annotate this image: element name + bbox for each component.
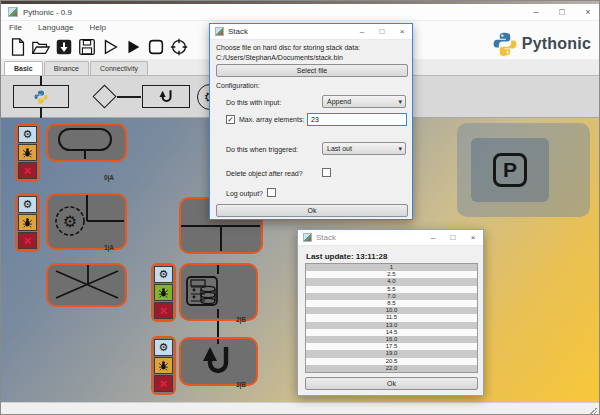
- element-delete-button[interactable]: ×: [18, 232, 37, 249]
- stack-list-row[interactable]: 16.0: [306, 336, 477, 343]
- save-icon[interactable]: [75, 35, 98, 58]
- run-icon[interactable]: [121, 35, 144, 58]
- minimize-button[interactable]: –: [352, 27, 372, 36]
- bug-icon: [22, 217, 33, 228]
- stack-window-ok-button[interactable]: Ok: [305, 377, 478, 390]
- element-1A-tile[interactable]: ⚙: [46, 193, 127, 250]
- stack-dialog-titlebar[interactable]: Stack – □ ×: [210, 24, 412, 40]
- u-turn-icon: [155, 88, 177, 105]
- kill-process-icon[interactable]: [167, 35, 190, 58]
- run-debug-icon[interactable]: [98, 35, 121, 58]
- stack-list-row[interactable]: 20.5: [306, 358, 477, 365]
- stack-list-row[interactable]: 22.0: [306, 365, 477, 372]
- stack-list-row[interactable]: 2.5: [306, 271, 477, 278]
- file-path-text: C:/Users/StephanA/Documents/stack.bin: [216, 54, 343, 61]
- menu-language[interactable]: Language: [30, 23, 82, 32]
- tab-binance[interactable]: Binance: [44, 61, 89, 75]
- tab-basic[interactable]: Basic: [4, 61, 43, 75]
- connector-stub: [40, 108, 42, 118]
- dialog-ok-button[interactable]: Ok: [216, 204, 408, 217]
- element-2B-label: 2|B: [223, 316, 259, 323]
- python-logo-icon: [491, 30, 519, 58]
- element-delete-button[interactable]: ×: [154, 302, 173, 319]
- stack-list[interactable]: 12.54.05.57.08.510.011.513.014.516.017.5…: [305, 263, 478, 373]
- python-element[interactable]: [13, 85, 69, 108]
- element-0A-tile[interactable]: [46, 123, 127, 162]
- max-elements-input[interactable]: [307, 113, 407, 126]
- input-behavior-combobox[interactable]: Append ▾: [322, 95, 406, 108]
- python-logo-icon: [33, 89, 49, 105]
- maximize-button[interactable]: □: [443, 233, 463, 242]
- stack-list-row[interactable]: 7.0: [306, 293, 477, 300]
- delete-after-read-label: Delete object after read?: [226, 170, 303, 177]
- element-settings-button[interactable]: ⚙: [18, 196, 37, 213]
- new-file-icon[interactable]: [6, 35, 29, 58]
- stack-list-row[interactable]: 8.5: [306, 300, 477, 307]
- stack-list-row[interactable]: 1: [306, 264, 477, 271]
- dialog-window-controls: – □ ×: [352, 27, 412, 36]
- connector-cross-tile[interactable]: [46, 263, 127, 307]
- close-button[interactable]: ×: [392, 27, 412, 36]
- max-elements-checkbox[interactable]: ✓: [226, 115, 235, 124]
- stack-list-row[interactable]: 17.5: [306, 343, 477, 350]
- stack-window-titlebar[interactable]: Stack – □ ×: [298, 230, 483, 246]
- open-folder-icon[interactable]: [29, 35, 52, 58]
- menu-file[interactable]: File: [1, 23, 30, 32]
- element-debug-button[interactable]: [154, 357, 173, 374]
- element-debug-button[interactable]: [154, 284, 173, 301]
- maximize-button[interactable]: □: [549, 5, 575, 20]
- maximize-button[interactable]: □: [372, 27, 392, 36]
- input-behavior-label: Do this with input:: [226, 99, 281, 106]
- stack-list-row[interactable]: 14.5: [306, 329, 477, 336]
- stack-list-row[interactable]: 4.0: [306, 278, 477, 285]
- return-element[interactable]: [142, 85, 190, 108]
- drop-zone-inner[interactable]: P: [471, 138, 549, 202]
- element-debug-button[interactable]: [18, 214, 37, 231]
- stack-list-row[interactable]: 13.0: [306, 322, 477, 329]
- close-button[interactable]: ×: [463, 233, 483, 242]
- stack-list-row[interactable]: 10.0: [306, 307, 477, 314]
- element-settings-button[interactable]: ⚙: [18, 126, 37, 143]
- trigger-behavior-combobox[interactable]: Last out ▾: [322, 142, 406, 155]
- element-3B-return-tile[interactable]: [179, 337, 258, 386]
- minimize-button[interactable]: –: [523, 5, 549, 20]
- parking-icon: P: [493, 153, 527, 187]
- menu-help[interactable]: Help: [81, 23, 113, 32]
- gear-icon: ⚙: [23, 199, 33, 210]
- branch-element[interactable]: [92, 84, 116, 108]
- element-1A-button-strip: ⚙ ×: [15, 193, 40, 252]
- element-delete-button[interactable]: ×: [18, 162, 37, 179]
- log-output-checkbox[interactable]: [267, 188, 276, 197]
- stop-icon[interactable]: [144, 35, 167, 58]
- element-delete-button[interactable]: ×: [154, 375, 173, 392]
- gear-icon: ⚙: [159, 269, 169, 280]
- file-description-label: Choose file on hard disc for storing sta…: [216, 44, 360, 51]
- select-file-button[interactable]: Select file: [216, 64, 408, 77]
- save-import-icon[interactable]: [52, 35, 75, 58]
- resize-grip[interactable]: [590, 407, 597, 414]
- bug-icon: [22, 147, 33, 158]
- element-2B-stack-tile[interactable]: [179, 263, 258, 321]
- gear-icon: ⚙: [23, 129, 33, 140]
- close-button[interactable]: ×: [575, 5, 600, 20]
- connector-stub: [117, 96, 141, 98]
- tab-connectivity[interactable]: Connectivity: [90, 61, 148, 75]
- delete-x-icon: ×: [160, 377, 168, 390]
- delete-x-icon: ×: [24, 234, 32, 247]
- dialog-window-controls: – □ ×: [423, 233, 483, 242]
- connector-stub: [217, 321, 219, 337]
- element-3B-label: 3|B: [223, 381, 259, 388]
- minimize-button[interactable]: –: [423, 233, 443, 242]
- element-debug-button[interactable]: [18, 144, 37, 161]
- element-settings-button[interactable]: ⚙: [154, 266, 173, 283]
- main-window-controls: – □ ×: [523, 5, 600, 20]
- stack-list-row[interactable]: 11.5: [306, 314, 477, 321]
- chevron-down-icon: ▾: [398, 98, 405, 106]
- stack-list-row[interactable]: 19.0: [306, 350, 477, 357]
- element-settings-button[interactable]: ⚙: [154, 339, 173, 356]
- drop-zone-container[interactable]: P: [457, 123, 590, 217]
- main-titlebar[interactable]: Pythonic - 0.9 – □ ×: [1, 4, 600, 21]
- stack-list-row[interactable]: 5.5: [306, 286, 477, 293]
- delete-after-read-checkbox[interactable]: [322, 168, 331, 177]
- brand-logo: Pythonic: [487, 28, 595, 60]
